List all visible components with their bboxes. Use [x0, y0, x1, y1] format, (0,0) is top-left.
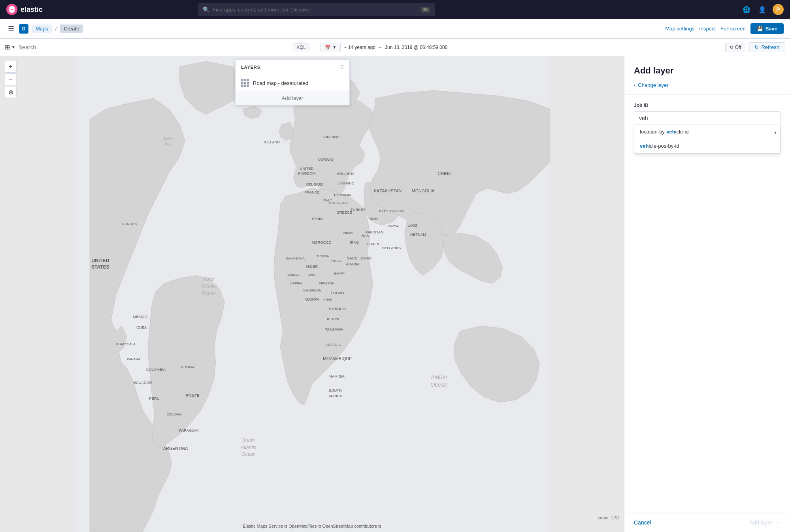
layer-item[interactable]: Road map - desaturated: [236, 75, 349, 91]
people-icon[interactable]: 👤: [757, 4, 768, 15]
svg-text:ICELAND: ICELAND: [264, 140, 280, 144]
map-controls: + − ⊕: [5, 61, 17, 98]
svg-text:GUATEMALA: GUATEMALA: [116, 342, 136, 346]
change-layer-button[interactable]: ‹ Change layer: [634, 82, 669, 88]
option-highlight-2: veh: [640, 143, 649, 149]
svg-text:ISRAEL: ISRAEL: [343, 231, 354, 235]
svg-text:GUINEA: GUINEA: [287, 273, 300, 276]
svg-text:ECUADOR: ECUADOR: [134, 381, 152, 385]
compass-button[interactable]: ⊕: [5, 86, 17, 98]
globe-icon[interactable]: 🌐: [741, 4, 752, 15]
svg-text:COLOMBIA: COLOMBIA: [146, 368, 166, 372]
option-prefix-1: location-by-: [640, 129, 666, 135]
svg-text:GUYANA: GUYANA: [181, 365, 194, 369]
calendar-icon: 📅: [325, 45, 331, 50]
zoom-out-button[interactable]: −: [5, 73, 17, 85]
app-badge: D: [19, 24, 28, 34]
svg-text:Ocean: Ocean: [430, 382, 447, 388]
svg-text:BRAZIL: BRAZIL: [186, 393, 201, 398]
svg-text:ITALY: ITALY: [322, 198, 332, 202]
svg-text:MALI: MALI: [308, 273, 316, 276]
nav-icons-group: 🌐 👤 P: [741, 4, 784, 15]
svg-text:NEPAL: NEPAL: [388, 224, 399, 227]
map-zoom-display: zoom: 1.61: [598, 515, 619, 520]
svg-text:Ocean: Ocean: [241, 451, 256, 457]
add-layer-map-button[interactable]: Add layer: [236, 91, 349, 105]
change-layer-label: Change layer: [638, 82, 668, 88]
filter-search-input[interactable]: [19, 44, 290, 51]
dropdown-option-location[interactable]: location-by-vehicle-id: [634, 125, 780, 139]
job-id-label: Job ID: [634, 103, 781, 108]
svg-text:SPAIN: SPAIN: [312, 217, 322, 221]
svg-text:Atlantic: Atlantic: [240, 445, 256, 450]
search-icon: 🔍: [203, 6, 209, 13]
svg-text:SOUTH: SOUTH: [329, 389, 342, 393]
calendar-button[interactable]: 📅 ▼: [321, 43, 341, 52]
svg-text:North: North: [203, 276, 215, 282]
map-settings-button[interactable]: Map settings: [665, 26, 694, 32]
toolbar-right-actions: Map settings Inspect Full screen 💾 Save: [665, 23, 784, 34]
global-search-bar[interactable]: 🔍 ⌘/: [198, 3, 435, 16]
user-avatar[interactable]: P: [773, 4, 784, 15]
layers-panel: LAYERS ≡ Road map - desaturated Add laye…: [235, 59, 350, 105]
svg-text:ARGENTINA: ARGENTINA: [163, 446, 188, 451]
layers-menu-button[interactable]: ≡: [340, 64, 344, 71]
layer-grid-icon: [241, 79, 249, 87]
svg-text:GREECE: GREECE: [336, 211, 352, 214]
map-attribution: Elastic Maps Service ⧉ OpenMapTiles ⧉ Op…: [243, 524, 381, 529]
breadcrumb-maps[interactable]: Maps: [32, 24, 52, 33]
svg-text:CHINA: CHINA: [438, 171, 451, 176]
search-shortcut: ⌘/: [421, 7, 430, 13]
svg-text:NORWAY: NORWAY: [318, 158, 334, 162]
refresh-label: Refresh: [761, 44, 779, 50]
right-panel-body: Job ID ▾ location-by-vehicle-id vehicle-…: [624, 95, 790, 513]
svg-text:CAMEROON: CAMEROON: [303, 289, 321, 292]
refresh-icon: ↻: [730, 45, 733, 50]
kql-badge[interactable]: KQL: [293, 43, 309, 51]
save-button[interactable]: 💾 Save: [750, 23, 784, 34]
option-suffix-1: icle-id: [675, 129, 689, 135]
svg-text:KAZAKHSTAN: KAZAKHSTAN: [374, 188, 402, 193]
svg-text:Baffin: Baffin: [163, 137, 173, 141]
job-id-dropdown-wrapper: ▾ location-by-vehicle-id vehicle-pos-by-…: [634, 111, 781, 154]
hamburger-menu-button[interactable]: ☰: [6, 23, 16, 35]
svg-text:TUNISIA: TUNISIA: [316, 254, 329, 258]
svg-text:UNITED: UNITED: [92, 258, 109, 263]
svg-text:KYRGYZSTAN: KYRGYZSTAN: [379, 209, 404, 213]
zoom-in-button[interactable]: +: [5, 61, 17, 73]
full-screen-button[interactable]: Full screen: [720, 26, 746, 32]
option-highlight-1: veh: [666, 129, 675, 135]
time-ago-label: ~ 14 years ago: [344, 45, 375, 50]
add-layer-arrow-icon: →: [775, 519, 781, 526]
svg-point-0: [6, 4, 17, 15]
app-name-label: elastic: [21, 6, 43, 14]
auto-refresh-toggle[interactable]: ↻ Off: [725, 43, 746, 52]
svg-text:PAKISTAN: PAKISTAN: [366, 230, 383, 234]
chevron-left-icon: ‹: [634, 82, 635, 88]
refresh-button[interactable]: ↻ Refresh: [749, 42, 785, 52]
filter-chevron-icon: ▼: [11, 45, 15, 49]
svg-text:LAOS: LAOS: [407, 224, 417, 227]
global-search-input[interactable]: [213, 7, 418, 13]
dropdown-option-vehicle[interactable]: vehicle-pos-by-id: [634, 139, 780, 153]
svg-text:TURKEY: TURKEY: [351, 208, 366, 212]
filter-icon: ⊞: [5, 43, 10, 51]
top-navigation: elastic 🔍 ⌘/ 🌐 👤 P: [0, 0, 790, 19]
cancel-button[interactable]: Cancel: [634, 519, 651, 526]
inspect-button[interactable]: Inspect: [699, 26, 716, 32]
svg-text:ANGOLA: ANGOLA: [326, 343, 341, 347]
svg-text:FINLAND: FINLAND: [324, 135, 339, 139]
refresh-spin-icon: ↻: [754, 44, 759, 50]
elastic-logo: elastic: [6, 4, 43, 15]
svg-text:UNITED: UNITED: [300, 167, 314, 171]
svg-text:KINGDOM: KINGDOM: [298, 171, 316, 175]
layer-name-label: Road map - desaturated: [253, 80, 308, 86]
filter-toggle-button[interactable]: ⊞ ▼: [5, 43, 15, 51]
job-id-input[interactable]: [634, 111, 781, 124]
option-suffix-2: icle-pos-by-id: [649, 143, 679, 149]
svg-text:SUDAN: SUDAN: [331, 291, 344, 295]
breadcrumb-create[interactable]: Create: [60, 24, 83, 33]
map-container[interactable]: UNITED STATES CANADA MEXICO CUBA GUATEMA…: [0, 56, 624, 532]
layers-panel-header: LAYERS ≡: [236, 60, 349, 75]
svg-text:TANZANIA: TANZANIA: [325, 327, 343, 331]
